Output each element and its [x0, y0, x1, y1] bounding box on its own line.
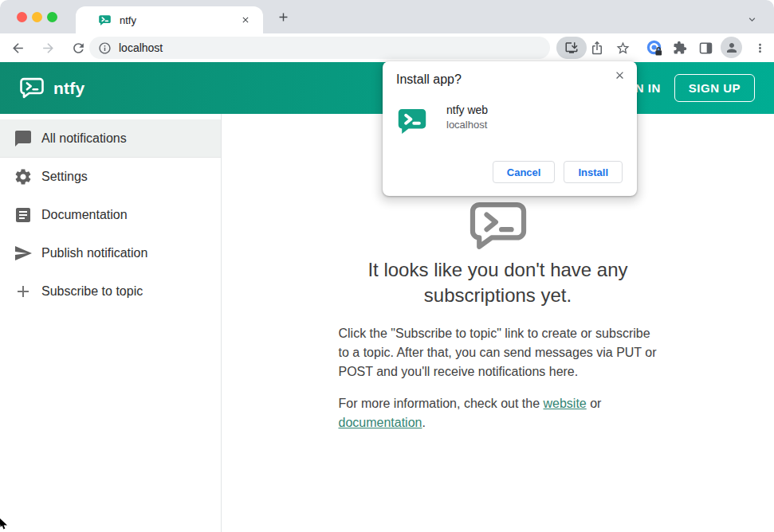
more-info-prefix: For more information, check out the: [339, 397, 544, 410]
brand-name: ntfy: [53, 79, 84, 98]
zoom-window-button[interactable]: [47, 12, 57, 22]
plus-icon: [14, 282, 33, 301]
dialog-close-icon[interactable]: [611, 66, 630, 85]
tab-strip: ntfy: [0, 0, 774, 33]
install-app-name: ntfy web: [446, 104, 488, 116]
more-info-middle: or: [587, 397, 602, 410]
ntfy-empty-state-logo-icon: [466, 201, 530, 251]
ntfy-favicon-icon: [98, 14, 112, 27]
sidebar-item-label: All notifications: [41, 131, 127, 146]
new-tab-button[interactable]: [273, 7, 293, 26]
extensions-puzzle-icon[interactable]: [669, 37, 691, 59]
install-app-dialog: Install app? ntfy web localhost Cancel I…: [383, 61, 637, 196]
gear-icon: [14, 167, 33, 186]
dialog-buttons: Cancel Install: [493, 161, 623, 183]
mouse-cursor: [0, 518, 8, 530]
browser-menu-icon[interactable]: [748, 37, 771, 59]
close-window-button[interactable]: [17, 12, 27, 22]
sidebar-item-all-notifications[interactable]: All notifications: [0, 119, 221, 158]
sidebar-item-documentation[interactable]: Documentation: [0, 196, 221, 234]
sidebar-item-label: Publish notification: [41, 246, 147, 260]
sidebar-item-settings[interactable]: Settings: [0, 158, 221, 196]
documentation-link[interactable]: documentation: [339, 416, 422, 429]
browser-window: ntfy localhost: [0, 0, 774, 532]
sidebar: All notifications Settings Documentation…: [0, 114, 222, 532]
more-info-suffix: .: [422, 416, 425, 429]
sign-up-button[interactable]: SIGN UP: [674, 74, 755, 102]
browser-toolbar: localhost: [0, 33, 774, 62]
sidebar-item-publish-notification[interactable]: Publish notification: [0, 234, 221, 272]
empty-state-body: Click the "Subscribe to topic" link to c…: [339, 324, 658, 381]
password-extension-icon[interactable]: [646, 40, 663, 57]
reload-button[interactable]: [67, 37, 89, 59]
sidebar-item-label: Subscribe to topic: [41, 284, 143, 299]
cancel-button[interactable]: Cancel: [493, 161, 556, 183]
ntfy-logo-icon: [19, 77, 45, 99]
tab-close-icon[interactable]: [239, 14, 252, 26]
chat-bubble-icon: [14, 129, 33, 148]
article-icon: [14, 205, 33, 225]
tab-search-chevron-icon[interactable]: [746, 14, 759, 26]
install-app-icon[interactable]: [556, 37, 587, 59]
forward-button[interactable]: [37, 37, 59, 59]
bookmark-star-icon[interactable]: [611, 37, 634, 59]
sidebar-item-label: Settings: [41, 170, 88, 184]
install-app-origin: localhost: [446, 119, 487, 131]
website-link[interactable]: website: [544, 397, 587, 410]
browser-tab[interactable]: ntfy: [76, 6, 263, 33]
share-icon[interactable]: [586, 37, 608, 59]
tab-title: ntfy: [120, 14, 136, 26]
install-dialog-title: Install app?: [396, 72, 462, 87]
side-panel-icon[interactable]: [694, 37, 717, 59]
empty-state-more-info: For more information, check out the webs…: [339, 394, 658, 432]
send-icon: [14, 244, 33, 263]
address-url[interactable]: localhost: [119, 41, 163, 54]
minimize-window-button[interactable]: [32, 12, 42, 22]
profile-avatar[interactable]: [721, 37, 742, 58]
address-bar[interactable]: localhost: [89, 37, 550, 59]
ntfy-app-icon: [396, 105, 428, 137]
empty-state-heading: It looks like you don't have any subscri…: [339, 257, 658, 308]
sidebar-item-label: Documentation: [41, 208, 128, 222]
back-button[interactable]: [6, 37, 29, 59]
install-button[interactable]: Install: [564, 161, 623, 183]
page-info-icon[interactable]: [98, 41, 112, 55]
sidebar-item-subscribe-to-topic[interactable]: Subscribe to topic: [0, 272, 221, 311]
